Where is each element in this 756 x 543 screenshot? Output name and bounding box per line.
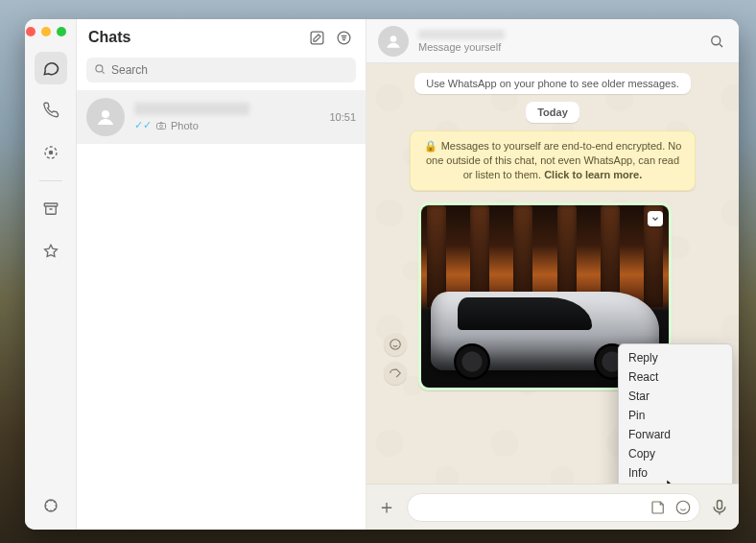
maximize-window-button[interactable]	[57, 27, 66, 36]
chevron-down-icon	[650, 214, 660, 224]
conversation-header: Message yourself	[366, 19, 739, 63]
react-button[interactable]	[384, 333, 407, 356]
context-menu-item[interactable]: Star	[619, 387, 732, 406]
sticker-icon	[650, 499, 667, 516]
svg-point-10	[390, 35, 397, 42]
message-quick-actions	[384, 333, 407, 385]
sidebar-header: Chats	[77, 19, 366, 54]
messages-area: Use WhatsApp on your phone to see older …	[366, 63, 739, 484]
older-messages-banner[interactable]: Use WhatsApp on your phone to see older …	[414, 73, 691, 94]
context-menu-item[interactable]: Pin	[619, 406, 732, 425]
filter-icon	[336, 30, 352, 46]
avatar	[86, 98, 125, 136]
rail-separator	[39, 180, 62, 181]
svg-rect-2	[44, 203, 58, 206]
star-icon	[42, 243, 59, 260]
svg-rect-8	[157, 123, 166, 129]
nav-rail	[25, 19, 77, 530]
context-menu-item[interactable]: Copy	[619, 444, 732, 463]
nav-settings[interactable]	[35, 489, 67, 522]
sticker-button[interactable]	[650, 499, 667, 516]
svg-point-13	[676, 501, 690, 514]
conversation-pane: Message yourself Use WhatsApp on your ph…	[366, 19, 739, 530]
encryption-learn-more[interactable]: Click to learn more.	[544, 169, 642, 180]
header-avatar[interactable]	[378, 26, 409, 57]
read-ticks-icon: ✓✓	[134, 119, 152, 131]
header-name-redacted	[418, 30, 505, 39]
svg-point-12	[390, 339, 401, 349]
lock-icon: 🔒	[424, 140, 437, 152]
chats-sidebar: Chats ✓✓	[77, 19, 366, 530]
search-in-chat-button[interactable]	[706, 31, 727, 52]
smiley-icon	[389, 338, 402, 351]
chat-bubble-icon	[41, 59, 60, 78]
app-window: Chats ✓✓	[25, 19, 739, 530]
search-icon	[93, 62, 106, 76]
phone-icon	[42, 102, 59, 119]
context-menu-item[interactable]: Reply	[619, 348, 732, 367]
voice-record-button[interactable]	[710, 498, 729, 517]
chat-time: 10:51	[329, 111, 356, 123]
chat-meta: ✓✓ Photo	[134, 103, 319, 131]
minimize-window-button[interactable]	[41, 27, 51, 36]
settings-gear-icon	[42, 497, 59, 514]
nav-calls[interactable]	[35, 94, 67, 127]
search-container	[86, 58, 356, 83]
sidebar-title: Chats	[88, 29, 300, 46]
svg-point-11	[712, 35, 721, 44]
svg-point-6	[96, 65, 103, 72]
person-icon	[384, 32, 403, 51]
message-menu-button[interactable]	[648, 211, 663, 226]
archive-icon	[42, 201, 59, 218]
svg-point-1	[48, 151, 53, 155]
chat-preview-label: Photo	[171, 120, 199, 131]
composer: ＋	[366, 484, 739, 530]
window-controls	[26, 27, 66, 36]
search-icon	[708, 33, 725, 50]
person-icon	[94, 106, 117, 129]
smiley-icon	[674, 499, 692, 516]
nav-status[interactable]	[35, 136, 67, 169]
close-window-button[interactable]	[26, 27, 35, 36]
date-pill-today: Today	[526, 102, 579, 123]
chat-preview: ✓✓ Photo	[134, 119, 319, 131]
microphone-icon	[710, 498, 729, 517]
svg-point-7	[102, 110, 109, 118]
emoji-button[interactable]	[674, 499, 692, 516]
camera-icon	[155, 120, 167, 131]
context-menu-item[interactable]: Info	[619, 463, 732, 483]
context-menu-item[interactable]: React	[619, 367, 732, 387]
nav-archive[interactable]	[35, 193, 67, 225]
chat-list-item[interactable]: ✓✓ Photo 10:51	[77, 90, 366, 144]
encryption-notice[interactable]: 🔒Messages to yourself are end-to-end enc…	[410, 130, 697, 191]
svg-point-9	[160, 125, 163, 128]
chat-name-redacted	[134, 103, 249, 115]
context-menu: ReplyReactStarPinForwardCopyInfoViewSave…	[618, 343, 733, 484]
new-chat-button[interactable]	[306, 27, 327, 48]
search-input[interactable]	[86, 58, 356, 83]
nav-chats[interactable]	[35, 52, 67, 84]
context-menu-item[interactable]: Forward	[619, 425, 732, 444]
attach-button[interactable]: ＋	[376, 497, 397, 518]
compose-icon	[309, 30, 325, 46]
filter-button[interactable]	[333, 27, 354, 48]
forward-button[interactable]	[384, 362, 407, 385]
status-ring-icon	[42, 144, 59, 161]
nav-starred[interactable]	[35, 235, 67, 268]
message-input[interactable]	[407, 493, 700, 522]
svg-rect-14	[718, 500, 722, 508]
forward-arrow-icon	[389, 366, 402, 380]
header-subtitle: Message yourself	[418, 41, 505, 53]
svg-rect-4	[311, 32, 323, 44]
